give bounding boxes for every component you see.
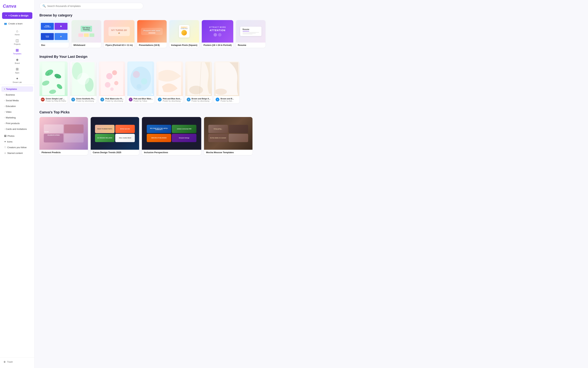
trash-label: Trash	[7, 360, 13, 363]
category-card-flyer[interactable]: IVY TURNS 20! 🎉 Flyers (Portrait 8.5 × 1…	[104, 20, 135, 48]
poster-label: Posters (18 × 24 in Portrait)	[202, 43, 233, 48]
avatar-3: S	[100, 98, 104, 101]
presentation-thumb: Present with ease	[137, 20, 167, 43]
templates-section-label: Templates	[6, 88, 17, 90]
home-label: Home	[15, 34, 19, 36]
sidebar-item-marketing[interactable]: › Marketing	[1, 115, 33, 120]
sidebar-item-dreamlab[interactable]: ✦ Dream Lab	[0, 75, 35, 85]
pick-thumb-inclusive: WE STAND WITH THE LGBTQ+ COMMUNITY. rain…	[142, 117, 201, 150]
dot-overlay-6	[209, 94, 211, 95]
meta-2: Green Aesthetic Po... Poster by sikumban…	[76, 97, 95, 102]
create-design-label: + Create a design	[8, 14, 28, 17]
content-area: Browse by category DesignVisual Docs 📄 D…	[35, 10, 588, 163]
sidebar-item-starred[interactable]: ☆ Starred content	[1, 150, 33, 156]
sidebar-item-photos[interactable]: 🖼 Photos	[1, 133, 33, 139]
category-card-presentation[interactable]: Present with ease Presentations (16:9)	[137, 20, 167, 48]
inspired-card-5[interactable]: S Pink and Blue Aest... Poster by sikumb…	[156, 61, 183, 103]
chevron-right-icon6: ›	[4, 122, 5, 124]
inspired-card-2[interactable]: S Green Aesthetic Po... Poster by sikumb…	[70, 61, 97, 103]
poster-cat-thumb: ATTRACT MORE ATTENTION	[202, 20, 233, 43]
pick-card-pinterest[interactable]: SAVOR CELEBRATE SPRING Pinterest Predict…	[39, 117, 88, 155]
pick-label-inclusive: Inclusive Perspectives	[142, 150, 201, 155]
inspired-card-3[interactable]: S Pink Watercolor Fl... Poster by sikumb…	[99, 61, 125, 103]
cards-invitations-label: Cards and invitations	[6, 128, 27, 130]
projects-icon: ◫	[16, 38, 19, 43]
resume-label: Resume	[236, 43, 265, 48]
sidebar-item-icons[interactable]: ✦ Icons	[1, 139, 33, 144]
sidebar-item-social-media[interactable]: › Social Media	[1, 98, 33, 103]
education-label: Education	[6, 105, 16, 108]
sidebar-item-home[interactable]: ⌂ Home	[0, 28, 35, 37]
flyer-label: Flyers (Portrait 8.5 × 11 in)	[104, 43, 135, 48]
pick-thumb-pinterest: SAVOR CELEBRATE SPRING	[39, 117, 88, 150]
sidebar-item-cards-invitations[interactable]: › Cards and invitations	[1, 126, 33, 132]
inspired-card-1[interactable]: RA Green Simple Leaf ... Poster by Rifqi…	[39, 61, 67, 103]
social-media-label: Social Media	[6, 99, 18, 102]
sidebar-item-business[interactable]: › Business	[1, 92, 33, 97]
pick-card-mocha[interactable]: Keep going... the fine details of a mome…	[204, 117, 253, 155]
sidebar-templates-header[interactable]: ▾ Templates	[1, 86, 33, 92]
chevron-right-icon4: ›	[4, 111, 5, 113]
category-card-poster[interactable]: ATTRACT MORE ATTENTION Posters (18 × 24 …	[202, 20, 233, 48]
poster-info-2: S Green Aesthetic Po... Poster by sikumb…	[70, 96, 97, 103]
create-team-button[interactable]: 👥 Create a team	[2, 21, 32, 26]
category-card-instagram[interactable]: PERFECT YOUR POST Instagram Posts (Squar…	[169, 20, 199, 48]
photos-icon: 🖼	[4, 135, 6, 137]
avatar-2: S	[71, 98, 75, 101]
category-section-title: Browse by category	[39, 13, 583, 17]
search-input[interactable]	[47, 5, 140, 8]
sidebar-bottom: 🗑 Trash	[0, 358, 35, 366]
pick-card-inclusive[interactable]: WE STAND WITH THE LGBTQ+ COMMUNITY. rain…	[142, 117, 201, 155]
create-design-button[interactable]: ＋ + Create a design	[2, 12, 32, 19]
picks-grid: SAVOR CELEBRATE SPRING Pinterest Predict…	[39, 117, 583, 156]
templates-nav-label: Templates	[13, 53, 21, 55]
inspired-section-title: Inspired By Your Last Design	[39, 55, 583, 59]
apps-label: Apps	[15, 72, 19, 74]
category-card-resume[interactable]: Resume Resume	[236, 20, 265, 48]
avatar-6: S	[187, 98, 190, 101]
sidebar-item-creators[interactable]: ♡ Creators you follow	[1, 145, 33, 150]
sidebar-item-apps[interactable]: ⊞ Apps	[0, 66, 35, 75]
doc-thumb: DesignVisual Docs 📄 DesignVisual 📋	[39, 20, 69, 43]
svg-point-14	[112, 70, 117, 75]
pick-label-mocha: Mocha Mousse Templates	[204, 150, 253, 155]
trash-button[interactable]: 🗑 Trash	[1, 359, 33, 365]
apps-icon: ⊞	[16, 67, 19, 71]
star-icon: ☆	[4, 152, 6, 154]
business-label: Business	[6, 93, 15, 96]
dreamlab-label: Dream Lab	[13, 81, 22, 83]
category-card-whiteboard[interactable]: Get IdeasFlowing Whiteboard	[72, 20, 101, 48]
pick-card-trends[interactable]: READY TO-WEAR THAT'S till the last bite …	[91, 117, 139, 155]
avatar-1: RA	[41, 98, 45, 101]
inspired-card-6[interactable]: S Brown and Beige A... Poster by sikumba…	[185, 61, 212, 103]
main-content: 🔍 Browse by category DesignVisual Docs 📄…	[35, 0, 588, 368]
sidebar-item-projects[interactable]: ◫ Projects	[0, 37, 35, 46]
inspired-thumb-4	[127, 61, 154, 96]
brand-label: Brand	[15, 62, 19, 64]
sidebar-item-print-products[interactable]: › Print products	[1, 121, 33, 126]
pick-thumb-mocha: Keep going... the fine details of a mome…	[204, 117, 253, 150]
svg-point-16	[114, 81, 118, 85]
sidebar-item-video[interactable]: › Video	[1, 109, 33, 115]
dreamlab-icon: ✦	[16, 76, 19, 81]
inspired-card-7[interactable]: A Brown and B... Poster by Adi...	[214, 61, 239, 103]
chevron-right-icon2: ›	[4, 100, 5, 101]
inspired-thumb-6	[185, 61, 212, 96]
category-card-doc[interactable]: DesignVisual Docs 📄 DesignVisual 📋 Doc	[39, 20, 69, 48]
icons-label: Icons	[7, 140, 12, 143]
meta-6: Brown and Beige A... Poster by sikumbang	[191, 97, 211, 102]
inspired-thumb-1	[39, 61, 67, 96]
picks-section-title: Canva's Top Picks	[39, 110, 583, 114]
chevron-down-icon: ▾	[4, 88, 5, 90]
whiteboard-thumb: Get IdeasFlowing	[72, 20, 101, 43]
category-scroll: DesignVisual Docs 📄 DesignVisual 📋 Doc G…	[39, 20, 583, 49]
meta-5: Pink and Blue Aest... Poster by sikumban…	[163, 97, 181, 102]
heart-icon: ♡	[4, 146, 6, 149]
sidebar-item-templates[interactable]: ▦ Templates	[0, 46, 35, 56]
home-icon: ⌂	[16, 29, 18, 33]
meta-7: Brown and B... Poster by Adi...	[220, 97, 234, 102]
svg-point-20	[133, 71, 140, 78]
sidebar-item-education[interactable]: › Education	[1, 103, 33, 109]
inspired-card-4[interactable]: Y Pink and Blue Wate... Poster by Yulius	[127, 61, 154, 103]
sidebar-item-brand[interactable]: ◈ Brand	[0, 56, 35, 66]
